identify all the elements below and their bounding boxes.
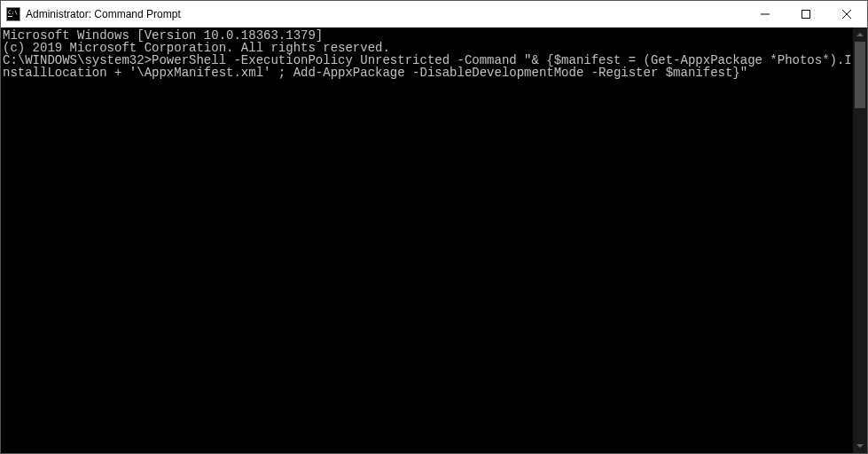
- svg-rect-5: [802, 11, 810, 19]
- window-title: Administrator: Command Prompt: [26, 8, 181, 20]
- chevron-down-icon: [856, 444, 864, 448]
- titlebar[interactable]: C:\ Administrator: Command Prompt: [1, 1, 867, 27]
- terminal-output[interactable]: Microsoft Windows [Version 10.0.18363.13…: [1, 27, 853, 453]
- close-button[interactable]: [826, 1, 867, 27]
- minimize-button[interactable]: [745, 1, 786, 27]
- terminal-wrapper: Microsoft Windows [Version 10.0.18363.13…: [1, 27, 867, 453]
- cmd-icon: C:\: [6, 7, 20, 21]
- svg-marker-9: [856, 444, 864, 448]
- svg-marker-8: [856, 33, 864, 36]
- close-icon: [842, 10, 851, 19]
- scroll-thumb[interactable]: [855, 42, 865, 108]
- maximize-icon: [802, 10, 810, 19]
- svg-text:C:\: C:\: [8, 9, 18, 15]
- terminal-line: C:\WINDOWS\system32>PowerShell -Executio…: [3, 54, 853, 79]
- chevron-up-icon: [856, 33, 864, 36]
- vertical-scrollbar[interactable]: [853, 27, 867, 453]
- scroll-up-arrow[interactable]: [853, 27, 867, 42]
- scroll-track[interactable]: [853, 42, 867, 439]
- command-prompt-window: C:\ Administrator: Command Prompt: [0, 0, 868, 454]
- terminal-line: (c) 2019 Microsoft Corporation. All righ…: [3, 42, 853, 54]
- window-controls: [745, 1, 867, 27]
- maximize-button[interactable]: [786, 1, 826, 27]
- terminal-line: Microsoft Windows [Version 10.0.18363.13…: [3, 29, 853, 42]
- svg-rect-3: [8, 16, 12, 17]
- minimize-icon: [761, 10, 770, 19]
- scroll-down-arrow[interactable]: [853, 439, 867, 453]
